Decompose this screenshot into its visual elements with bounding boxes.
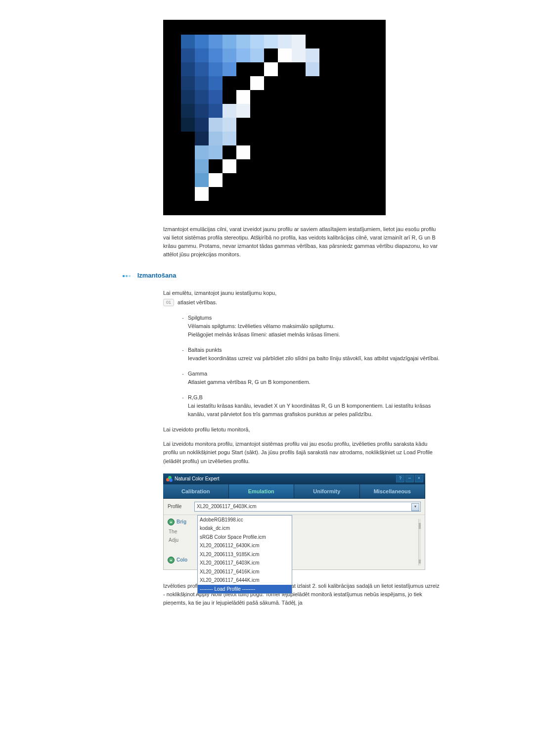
tab-bar: Calibration Emulation Uniformity Miscell…: [163, 484, 425, 499]
dropdown-option[interactable]: sRGB Color Space Profile.icm: [198, 533, 292, 542]
intro-paragraph: Izmantojot emulācijas cilni, varat izvei…: [163, 225, 440, 259]
step-intro: Lai emulētu, izmantojot jaunu iestatījum…: [163, 289, 440, 297]
section-header: Izmantošana: [123, 269, 440, 284]
profile-selected: XL20_2006117_6403K.icm: [197, 503, 257, 511]
list-item-title: Gamma: [188, 370, 440, 378]
value-list: - Spilgtums Vēlamais spilgtums: Izvēliet…: [182, 314, 440, 419]
section-bullets-icon: [123, 271, 132, 281]
scrollbar[interactable]: [418, 519, 421, 566]
color-section-toggle[interactable]: ⌄ Colo: [168, 556, 197, 564]
list-item-title: Spilgtums: [188, 314, 440, 322]
help-button[interactable]: ?: [396, 475, 404, 482]
list-item-title: R,G,B: [188, 393, 440, 402]
side-text: The: [168, 528, 197, 536]
list-item: - Spilgtums Vēlamais spilgtums: Izvēliet…: [182, 314, 440, 339]
list-item-body: Vēlamais spilgtums: Izvēlieties vēlamo m…: [188, 323, 340, 337]
step-badge: 01: [163, 299, 174, 306]
dropdown-option[interactable]: AdobeRGB1998.icc: [198, 516, 292, 524]
scroll-thumb[interactable]: [419, 523, 421, 529]
section-title: Izmantošana: [137, 272, 177, 279]
tab-calibration[interactable]: Calibration: [163, 484, 229, 498]
profile-select[interactable]: XL20_2006117_6403K.icm ▾: [194, 502, 421, 512]
list-item: - R,G,B Lai iestatītu krāsas kanālu, iev…: [182, 393, 440, 419]
brightness-section-toggle[interactable]: ⌄ Brig: [168, 518, 197, 526]
close-button[interactable]: ×: [415, 475, 423, 482]
app-window: Natural Color Expert ? – × Calibration E…: [163, 473, 425, 570]
list-item-body: Lai iestatītu krāsas kanālu, ievadiet X …: [188, 403, 431, 417]
side-text: Adju: [168, 536, 197, 544]
chevron-down-icon[interactable]: ▾: [411, 503, 419, 511]
post-heading: Lai izveidoto profilu lietotu monitorā,: [163, 425, 440, 434]
dropdown-option[interactable]: kodak_dc.icm: [198, 524, 292, 533]
titlebar: Natural Color Expert ? – ×: [163, 473, 425, 484]
list-item-title: Baltais punkts: [188, 346, 440, 354]
app-icon: [166, 476, 172, 482]
list-item-body: Ievadiet koordinātas uzreiz vai pārbīdie…: [188, 355, 440, 361]
profile-label: Profile: [168, 503, 194, 511]
minimize-button[interactable]: –: [405, 475, 414, 482]
dropdown-option[interactable]: XL20_2006117_6416K.icm: [198, 567, 292, 576]
tab-emulation[interactable]: Emulation: [229, 484, 295, 498]
list-item-body: Atlasiet gamma vērtības R, G un B kompon…: [188, 379, 311, 385]
expand-icon: ⌄: [168, 519, 175, 525]
list-item: - Baltais punkts Ievadiet koordinātas uz…: [182, 346, 440, 363]
scroll-thumb[interactable]: [419, 560, 421, 564]
post-body: Lai izveidotu monitora profilu, izmantoj…: [163, 440, 440, 465]
tab-miscellaneous[interactable]: Miscellaneous: [360, 484, 426, 498]
dropdown-option-load-profile[interactable]: -------- Load Profile --------: [198, 585, 292, 594]
list-item: - Gamma Atlasiet gamma vērtības R, G un …: [182, 370, 440, 386]
dropdown-option[interactable]: XL20_2006112_6430K.icm: [198, 541, 292, 550]
tab-uniformity[interactable]: Uniformity: [294, 484, 360, 498]
app-title: Natural Color Expert: [175, 473, 220, 484]
emulation-preview-image: [163, 20, 386, 215]
profile-dropdown-list[interactable]: AdobeRGB1998.icc kodak_dc.icm sRGB Color…: [197, 515, 292, 594]
dropdown-option[interactable]: XL20_2006117_6444K.icm: [198, 576, 292, 585]
dropdown-option[interactable]: XL20_2006117_6403K.icm: [198, 559, 292, 567]
expand-icon: ⌄: [168, 557, 175, 564]
dropdown-option[interactable]: XL20_2006113_9185K.icm: [198, 550, 292, 559]
step-text: atlasiet vērtības.: [178, 299, 217, 305]
